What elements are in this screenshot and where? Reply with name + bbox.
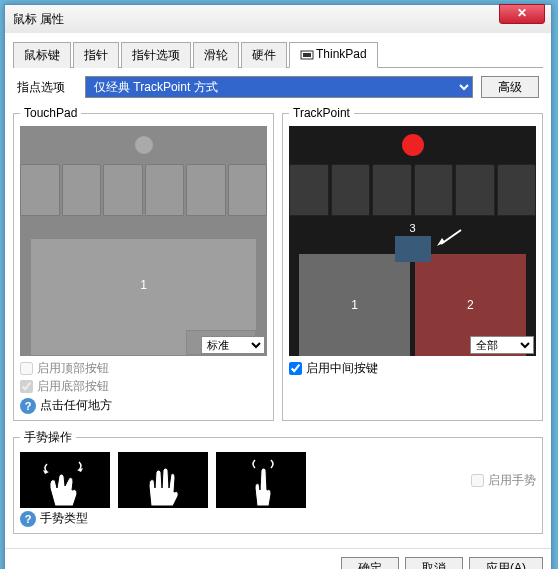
middle-button-zone [395, 236, 431, 262]
touchpad-legend: TouchPad [20, 106, 81, 120]
help-icon: ? [20, 511, 36, 527]
apply-button[interactable]: 应用(A) [469, 557, 543, 569]
touchpad-help[interactable]: ?点击任何地方 [20, 397, 267, 414]
button-3-label: 3 [409, 222, 415, 234]
tab-thinkpad[interactable]: ThinkPad [289, 42, 378, 68]
enable-gestures-check: 启用手势 [471, 472, 536, 489]
arrow-icon [435, 228, 465, 248]
touchpad-mode-select[interactable]: 标准 [201, 336, 265, 354]
left-button-zone: 1 [299, 254, 410, 356]
touchpad-panel: TouchPad 1 2 标准 启用顶部按钮 启用底部按钮 ?点击任何地方 [13, 106, 274, 421]
pointing-options-row: 指点选项 仅经典 TrackPoint 方式 高级 [13, 76, 543, 98]
tab-pointer-options[interactable]: 指针选项 [121, 42, 191, 68]
gesture-threefingers-icon [118, 452, 208, 508]
titlebar[interactable]: 鼠标 属性 ✕ [5, 5, 551, 33]
enable-middle-button-check[interactable]: 启用中间按键 [289, 360, 536, 377]
enable-bottom-buttons-check: 启用底部按钮 [20, 378, 267, 395]
svg-rect-1 [303, 53, 311, 57]
trackpoint-diagram: 3 1 2 全部 [289, 126, 536, 356]
thinkpad-icon [300, 48, 314, 62]
trackpoint-panel: TrackPoint 3 1 2 全部 启 [282, 106, 543, 421]
touchpad-zone-1: 1 [31, 239, 256, 330]
gestures-legend: 手势操作 [20, 429, 76, 446]
close-button[interactable]: ✕ [499, 4, 545, 24]
trackpoint-legend: TrackPoint [289, 106, 354, 120]
tab-bar: 鼠标键 指针 指针选项 滑轮 硬件 ThinkPad [13, 41, 543, 68]
content: 鼠标键 指针 指针选项 滑轮 硬件 ThinkPad 指点选项 仅经典 Trac… [5, 33, 551, 542]
device-panels: TouchPad 1 2 标准 启用顶部按钮 启用底部按钮 ?点击任何地方 [13, 106, 543, 421]
svg-marker-3 [437, 238, 445, 246]
ok-button[interactable]: 确定 [341, 557, 399, 569]
dialog-footer: 确定 取消 应用(A) [5, 548, 551, 569]
tab-pointers[interactable]: 指针 [73, 42, 119, 68]
touchpad-diagram: 1 2 标准 [20, 126, 267, 356]
pointing-label: 指点选项 [17, 79, 77, 96]
tab-wheel[interactable]: 滑轮 [193, 42, 239, 68]
help-icon: ? [20, 398, 36, 414]
pointing-mode-select[interactable]: 仅经典 TrackPoint 方式 [85, 76, 473, 98]
trackpoint-nub [402, 134, 424, 156]
dialog-window: 鼠标 属性 ✕ 鼠标键 指针 指针选项 滑轮 硬件 ThinkPad 指点选项 … [4, 4, 552, 569]
gestures-panel: 手势操作 启用手势 ?手势类型 [13, 429, 543, 534]
advanced-button[interactable]: 高级 [481, 76, 539, 98]
trackpoint-mode-select[interactable]: 全部 [470, 336, 534, 354]
tab-mouse-buttons[interactable]: 鼠标键 [13, 42, 71, 68]
trackpoint-nub-disabled [135, 136, 153, 154]
gesture-tap-icon [216, 452, 306, 508]
gesture-pinch-icon [20, 452, 110, 508]
window-title: 鼠标 属性 [9, 11, 547, 28]
cancel-button[interactable]: 取消 [405, 557, 463, 569]
tab-hardware[interactable]: 硬件 [241, 42, 287, 68]
gestures-help[interactable]: ?手势类型 [20, 510, 536, 527]
enable-top-buttons-check: 启用顶部按钮 [20, 360, 267, 377]
